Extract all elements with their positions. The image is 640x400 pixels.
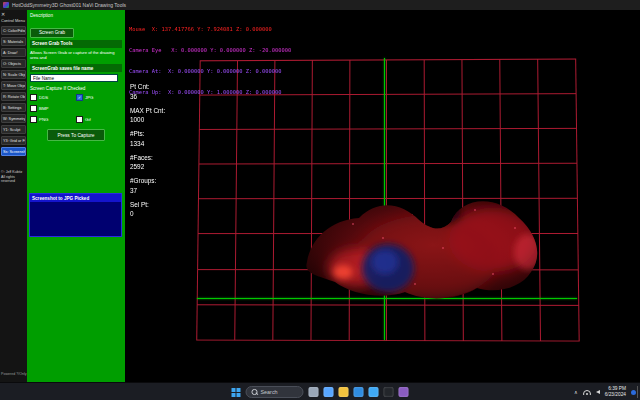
- sidebar-item-y3-grid-or-fix[interactable]: Y3: Grid or Fix: [1, 136, 26, 145]
- taskbar-center: Search: [232, 383, 409, 400]
- camera-eye-readout: Camera Eye X: 0.000000 Y: 0.000000 Z: -2…: [129, 47, 291, 54]
- checkbox-label: Gif: [85, 117, 91, 122]
- mouse-coordinates: Mouse X: 137.417766 Y: 7.924081 Z: 0.000…: [129, 26, 291, 33]
- sidebar-item-c-color-fdset[interactable]: C: Color/Fdset: [1, 26, 26, 35]
- window-title: HotOddSymmetry3D Ghost001 NaVi Drawing T…: [12, 2, 126, 8]
- hidden-icons-chevron-icon[interactable]: ∧: [574, 389, 578, 395]
- checkbox-label: DDS: [39, 95, 48, 100]
- tool-description: Allows Screen Grab or capture of the dra…: [30, 50, 122, 61]
- stat-label: #Pts:: [130, 130, 165, 137]
- checkbox-box[interactable]: [30, 116, 37, 123]
- taskbar-icons: [309, 387, 409, 397]
- screen-grab-panel: Description Screen Grab Screen Grab Tool…: [27, 10, 125, 382]
- search-label: Search: [261, 389, 278, 395]
- status-banner: Screenshot to JPG Picked: [29, 193, 122, 237]
- checkbox-bmp[interactable]: BMP: [30, 105, 76, 112]
- stat: MAX Pt Cnt:1000: [130, 107, 165, 124]
- description-label: Description: [30, 13, 122, 18]
- stat-label: Sel Pt:: [130, 201, 165, 208]
- viewport-canvas[interactable]: Mouse X: 137.417766 Y: 7.924081 Z: 0.000…: [125, 10, 640, 382]
- task-view-icon[interactable]: [309, 387, 319, 397]
- vs-icon[interactable]: [399, 387, 409, 397]
- stat: Sel Pt:0: [130, 201, 165, 218]
- checkbox-box[interactable]: [76, 116, 83, 123]
- stat-value: 1000: [130, 116, 165, 123]
- sidebar-item-w-symmetry-s[interactable]: W: Symmetry s: [1, 114, 26, 123]
- powered-text: Powered ?/Only: [1, 372, 27, 376]
- edge-icon[interactable]: [354, 387, 364, 397]
- sidebar-item-r-rotate-object[interactable]: R: Rotate Object: [1, 92, 26, 101]
- stats-list: Pt Cnt:36MAX Pt Cnt:1000#Pts:1334#Faces:…: [130, 83, 165, 224]
- stat: #Faces:2592: [130, 154, 165, 171]
- tool-sidebar: ✕ Control Menu C: Color/FdsetS: Material…: [0, 10, 27, 382]
- start-button[interactable]: [232, 388, 241, 397]
- wifi-icon[interactable]: [583, 389, 591, 395]
- system-tray: ∧ 6:39 PM 6/23/2024: [574, 383, 636, 400]
- stat-value: 0: [130, 210, 165, 217]
- taskbar-search[interactable]: Search: [246, 386, 304, 398]
- stat-value: 36: [130, 93, 165, 100]
- tools-header: Screen Grab Tools: [30, 40, 122, 48]
- window-titlebar[interactable]: HotOddSymmetry3D Ghost001 NaVi Drawing T…: [0, 0, 640, 10]
- stat: Pt Cnt:36: [130, 83, 165, 100]
- sidebar-item-t-move-object[interactable]: T: Move Object: [1, 81, 26, 90]
- checkbox-dds[interactable]: DDS: [30, 94, 76, 101]
- stat: #Groups:37: [130, 177, 165, 194]
- checkbox-grid: DDS✓JPGBMPPNGGif: [30, 94, 122, 123]
- stat-label: #Groups:: [130, 177, 165, 184]
- checkbox-box[interactable]: [30, 105, 37, 112]
- taskbar: Search ∧ 6:39 PM 6/23/2024: [0, 382, 640, 400]
- stat-value: 2592: [130, 163, 165, 170]
- filename-input[interactable]: [30, 74, 118, 82]
- mesh-object[interactable]: [293, 182, 551, 310]
- stat-label: #Faces:: [130, 154, 165, 161]
- filename-header: ScreenGrab saves file name: [30, 64, 122, 72]
- store-icon[interactable]: [369, 387, 379, 397]
- desktop: HotOddSymmetry3D Ghost001 NaVi Drawing T…: [0, 0, 640, 400]
- sidebar-header: Control Menu: [1, 18, 26, 23]
- volume-icon[interactable]: [596, 390, 600, 394]
- tray-date: 6/23/2024: [605, 392, 626, 398]
- copyright-text: ©: Jeff Kubitz All rights reserved: [1, 170, 26, 184]
- checkbox-png[interactable]: PNG: [30, 116, 76, 123]
- checkbox-box[interactable]: ✓: [76, 94, 83, 101]
- stat-label: Pt Cnt:: [130, 83, 165, 90]
- checkbox-label: PNG: [39, 117, 49, 122]
- stat-value: 1334: [130, 140, 165, 147]
- menu-close-icon[interactable]: ✕: [1, 12, 26, 17]
- checkbox-jpg[interactable]: ✓JPG: [76, 94, 122, 101]
- widgets-icon[interactable]: [324, 387, 334, 397]
- sidebar-item-a-draw[interactable]: A: Draw!: [1, 48, 26, 57]
- search-icon: [252, 389, 258, 395]
- checkbox-label: BMP: [39, 106, 49, 111]
- stat-value: 37: [130, 187, 165, 194]
- sidebar-item-list: C: Color/FdsetS: MaterialsA: Draw!O: Obj…: [1, 26, 26, 156]
- file-explorer-icon[interactable]: [339, 387, 349, 397]
- sidebar-item-o-objects[interactable]: O: Objects: [1, 59, 26, 68]
- screen-grab-button[interactable]: Screen Grab: [30, 28, 74, 38]
- press-to-capture-button[interactable]: Press To Capture: [47, 129, 105, 141]
- camera-at-readout: Camera At: X: 0.000000 Y: 0.000000 Z: 0.…: [129, 68, 291, 75]
- stat-label: MAX Pt Cnt:: [130, 107, 165, 114]
- terminal-icon[interactable]: [384, 387, 394, 397]
- checkbox-box[interactable]: [30, 94, 37, 101]
- app-icon: [3, 2, 9, 8]
- sidebar-item-b-settings[interactable]: B: Settings: [1, 103, 26, 112]
- capture-checked-label: Screen Capture If Checked: [30, 86, 122, 91]
- sidebar-item-s-materials[interactable]: S: Materials: [1, 37, 26, 46]
- clock[interactable]: 6:39 PM 6/23/2024: [605, 386, 626, 397]
- stat: #Pts:1334: [130, 130, 165, 147]
- sidebar-item-n-scale-object[interactable]: N: Scale Object: [1, 70, 26, 79]
- notification-badge[interactable]: [631, 390, 636, 395]
- sidebar-item-ss-screenshot[interactable]: Ss: Screenshot: [1, 147, 26, 156]
- checkbox-gif[interactable]: Gif: [76, 116, 122, 123]
- checkbox-label: JPG: [85, 95, 94, 100]
- sidebar-item-y1-sculpt[interactable]: Y1: Sculpt: [1, 125, 26, 134]
- status-banner-text: Screenshot to JPG Picked: [30, 194, 121, 202]
